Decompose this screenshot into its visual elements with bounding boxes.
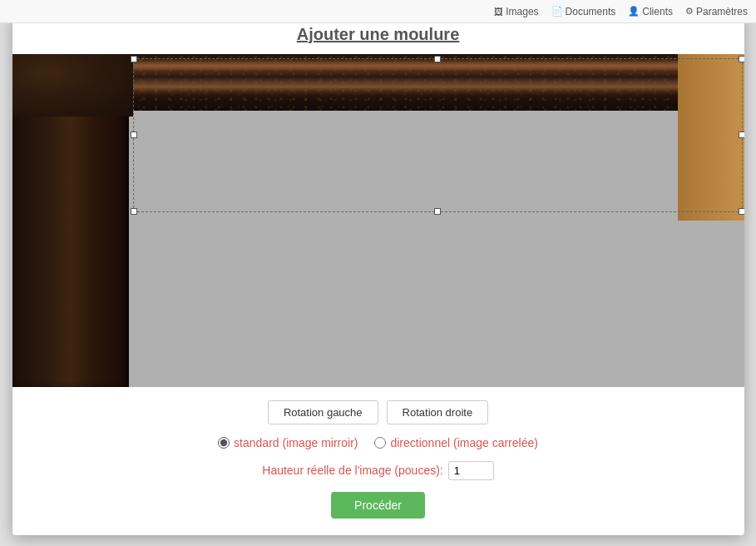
frame-top-molding — [129, 54, 678, 111]
controls-area: Rotation gauche Rotation droite standard… — [12, 387, 744, 535]
height-input[interactable] — [448, 461, 494, 480]
nav-item-clients[interactable]: 👤 Clients — [628, 6, 673, 17]
modal-dialog: Ajouter une moulure — [12, 12, 744, 535]
nav-label-clients: Clients — [642, 6, 673, 17]
radio-directionnel-label: directionnel (image carrelée) — [390, 436, 537, 449]
nav-label-documents: Documents — [566, 6, 616, 17]
parametres-icon: ⚙ — [685, 6, 694, 17]
rotation-droite-button[interactable]: Rotation droite — [387, 400, 489, 424]
nav-item-documents[interactable]: 📄 Documents — [551, 6, 616, 17]
frame-interior — [129, 111, 744, 387]
frame-top-right — [678, 54, 744, 221]
documents-icon: 📄 — [551, 6, 563, 17]
radio-directionnel-input[interactable] — [374, 437, 386, 449]
nav-item-parametres[interactable]: ⚙ Paramètres — [685, 6, 748, 17]
radio-standard-option[interactable]: standard (image mirroir) — [218, 436, 358, 449]
radio-standard-input[interactable] — [218, 437, 230, 449]
nav-label-images: Images — [506, 6, 538, 17]
top-navigation: 🖼 Images 📄 Documents 👤 Clients ⚙ Paramèt… — [0, 0, 756, 23]
images-icon: 🖼 — [494, 7, 503, 17]
clients-icon: 👤 — [628, 6, 640, 17]
height-label: Hauteur réelle de l'image (pouces): — [262, 464, 442, 477]
frame-corner-topleft — [12, 54, 133, 117]
rotation-gauche-button[interactable]: Rotation gauche — [268, 400, 378, 424]
image-preview — [12, 54, 744, 387]
height-row: Hauteur réelle de l'image (pouces): — [262, 461, 493, 480]
radio-standard-paren: (image mirroir) — [282, 436, 358, 449]
nav-item-images[interactable]: 🖼 Images — [494, 6, 538, 17]
radio-standard-label: standard (image mirroir) — [234, 436, 358, 449]
height-label-mid: l'image — [355, 464, 392, 477]
radio-directionnel-option[interactable]: directionnel (image carrelée) — [374, 436, 537, 449]
nav-label-parametres: Paramètres — [696, 6, 748, 17]
radio-options-group: standard (image mirroir) directionnel (i… — [218, 436, 538, 449]
frame-background — [12, 54, 744, 387]
rotation-buttons-group: Rotation gauche Rotation droite — [268, 400, 488, 424]
proceder-button[interactable]: Procéder — [331, 492, 425, 519]
page-overlay: 🖼 Images 📄 Documents 👤 Clients ⚙ Paramèt… — [0, 0, 756, 546]
radio-directionnel-paren: (image carrelée) — [453, 436, 538, 449]
